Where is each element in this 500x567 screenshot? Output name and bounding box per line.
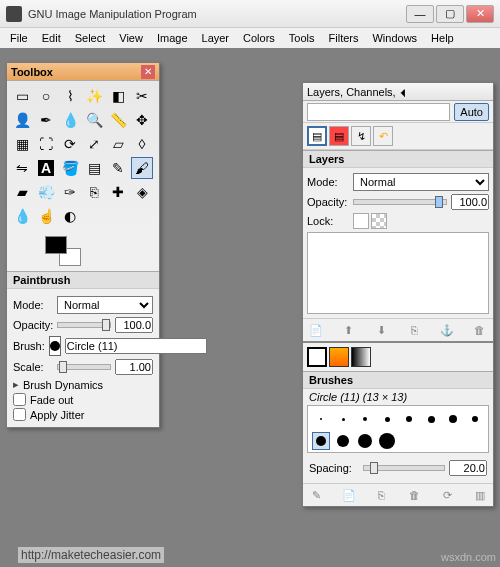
brush-item[interactable] (312, 432, 330, 450)
brush-item[interactable] (356, 432, 374, 450)
layer-opacity-slider[interactable] (353, 199, 447, 205)
menu-view[interactable]: View (113, 30, 149, 46)
tool-crop[interactable]: ⛶ (35, 133, 57, 155)
tool-text[interactable]: A (35, 157, 57, 179)
menu-layer[interactable]: Layer (196, 30, 236, 46)
tool-flip[interactable]: ⇋ (11, 157, 33, 179)
tab-layers[interactable]: ▤ (307, 126, 327, 146)
brush-item[interactable] (334, 410, 352, 428)
fade-out-checkbox[interactable] (13, 393, 26, 406)
tool-ellipse-select[interactable]: ○ (35, 85, 57, 107)
tool-clone[interactable]: ⎘ (83, 181, 105, 203)
auto-button[interactable]: Auto (454, 103, 489, 121)
fg-bg-colors[interactable] (45, 236, 81, 266)
brush-item[interactable] (444, 410, 462, 428)
mode-select[interactable]: Normal (57, 296, 153, 314)
menu-colors[interactable]: Colors (237, 30, 281, 46)
tool-rotate[interactable]: ⟳ (59, 133, 81, 155)
fg-color[interactable] (45, 236, 67, 254)
tool-foreground-select[interactable]: 👤 (11, 109, 33, 131)
tool-smudge[interactable]: ☝ (35, 205, 57, 227)
new-brush-icon[interactable]: 📄 (340, 486, 358, 504)
layers-list[interactable] (307, 232, 489, 314)
tool-rect-select[interactable]: ▭ (11, 85, 33, 107)
brush-item[interactable] (334, 432, 352, 450)
brush-item[interactable] (356, 410, 374, 428)
menu-edit[interactable]: Edit (36, 30, 67, 46)
toolbox-titlebar[interactable]: Toolbox ✕ (7, 63, 159, 81)
tool-scissors[interactable]: ✂ (131, 85, 153, 107)
tool-align[interactable]: ▦ (11, 133, 33, 155)
brush-preview[interactable] (49, 336, 61, 356)
brush-item[interactable] (422, 410, 440, 428)
close-button[interactable]: ✕ (466, 5, 494, 23)
scale-value[interactable] (115, 359, 153, 375)
tool-eraser[interactable]: ▰ (11, 181, 33, 203)
tool-dodge[interactable]: ◐ (59, 205, 81, 227)
scale-slider[interactable] (57, 364, 111, 370)
refresh-brush-icon[interactable]: ⟳ (438, 486, 456, 504)
tool-measure[interactable]: 📏 (107, 109, 129, 131)
spacing-slider[interactable] (363, 465, 445, 471)
brush-item[interactable] (466, 410, 484, 428)
tab-undo[interactable]: ↶ (373, 126, 393, 146)
menu-tools[interactable]: Tools (283, 30, 321, 46)
brush-item[interactable] (400, 410, 418, 428)
tool-color-picker[interactable]: 💧 (59, 109, 81, 131)
menu-select[interactable]: Select (69, 30, 112, 46)
spacing-value[interactable] (449, 460, 487, 476)
gradients-tab[interactable] (351, 347, 371, 367)
menu-help[interactable]: Help (425, 30, 460, 46)
patterns-tab[interactable] (329, 347, 349, 367)
tool-blend[interactable]: ▤ (83, 157, 105, 179)
brush-item[interactable] (378, 410, 396, 428)
layer-mode-select[interactable]: Normal (353, 173, 489, 191)
opacity-slider[interactable] (57, 322, 111, 328)
tool-color-select[interactable]: ◧ (107, 85, 129, 107)
tool-heal[interactable]: ✚ (107, 181, 129, 203)
delete-layer-icon[interactable]: 🗑 (471, 321, 489, 339)
opacity-value[interactable] (115, 317, 153, 333)
brushes-tab[interactable] (307, 347, 327, 367)
toolbox-close-icon[interactable]: ✕ (141, 65, 155, 79)
tool-wand[interactable]: ✨ (83, 85, 105, 107)
tool-shear[interactable]: ▱ (107, 133, 129, 155)
tab-channels[interactable]: ▤ (329, 126, 349, 146)
minimize-button[interactable]: — (406, 5, 434, 23)
menu-windows[interactable]: Windows (366, 30, 423, 46)
lower-layer-icon[interactable]: ⬇ (373, 321, 391, 339)
tab-paths[interactable]: ↯ (351, 126, 371, 146)
tool-scale[interactable]: ⤢ (83, 133, 105, 155)
lock-pixels[interactable] (353, 213, 369, 229)
apply-jitter-checkbox[interactable] (13, 408, 26, 421)
tool-paintbrush[interactable]: 🖌 (131, 157, 153, 179)
brush-item[interactable] (312, 410, 330, 428)
open-brush-folder-icon[interactable]: ▥ (471, 486, 489, 504)
tool-airbrush[interactable]: 💨 (35, 181, 57, 203)
tool-lasso[interactable]: ⌇ (59, 85, 81, 107)
edit-brush-icon[interactable]: ✎ (307, 486, 325, 504)
tool-perspective[interactable]: ◊ (131, 133, 153, 155)
menu-file[interactable]: File (4, 30, 34, 46)
expander-icon[interactable]: ▸ (13, 378, 19, 391)
duplicate-layer-icon[interactable]: ⎘ (405, 321, 423, 339)
tool-perspective-clone[interactable]: ◈ (131, 181, 153, 203)
dock-menu-icon[interactable]: ⏴ (398, 86, 489, 98)
delete-brush-icon[interactable]: 🗑 (405, 486, 423, 504)
duplicate-brush-icon[interactable]: ⎘ (373, 486, 391, 504)
anchor-layer-icon[interactable]: ⚓ (438, 321, 456, 339)
raise-layer-icon[interactable]: ⬆ (340, 321, 358, 339)
new-layer-icon[interactable]: 📄 (307, 321, 325, 339)
menu-filters[interactable]: Filters (323, 30, 365, 46)
menu-image[interactable]: Image (151, 30, 194, 46)
tool-pencil[interactable]: ✎ (107, 157, 129, 179)
dock-titlebar[interactable]: Layers, Channels, Paths, Undo - Br... ⏴ (303, 83, 493, 101)
brush-name[interactable] (65, 338, 207, 354)
tool-ink[interactable]: ✑ (59, 181, 81, 203)
lock-alpha[interactable] (371, 213, 387, 229)
tool-zoom[interactable]: 🔍 (83, 109, 105, 131)
maximize-button[interactable]: ▢ (436, 5, 464, 23)
tool-blur[interactable]: 💧 (11, 205, 33, 227)
image-selector[interactable] (307, 103, 450, 121)
layer-opacity-value[interactable] (451, 194, 489, 210)
